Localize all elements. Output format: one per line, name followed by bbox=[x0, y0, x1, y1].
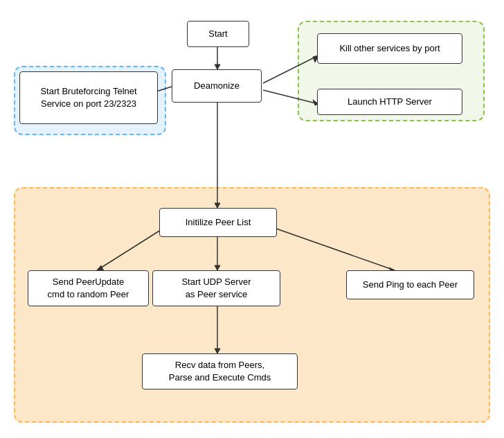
init-peer-box: Initilize Peer List bbox=[159, 208, 277, 237]
bruteforce-box: Start Bruteforcing Telnet Service on por… bbox=[19, 71, 158, 124]
send-peer-update-box: Send PeerUpdate cmd to random Peer bbox=[28, 270, 149, 306]
start-udp-box: Start UDP Server as Peer service bbox=[152, 270, 280, 306]
kill-services-box: Kill other services by port bbox=[317, 33, 462, 64]
daemonize-box: Deamonize bbox=[172, 69, 262, 103]
svg-marker-1 bbox=[215, 64, 220, 69]
send-ping-box: Send Ping to each Peer bbox=[346, 270, 474, 299]
launch-http-box: Launch HTTP Server bbox=[317, 89, 462, 115]
start-box: Start bbox=[187, 21, 249, 47]
diagram-container: Start Deamonize Kill other services by p… bbox=[0, 0, 504, 438]
recv-data-box: Recv data from Peers, Parse and Execute … bbox=[142, 353, 298, 389]
